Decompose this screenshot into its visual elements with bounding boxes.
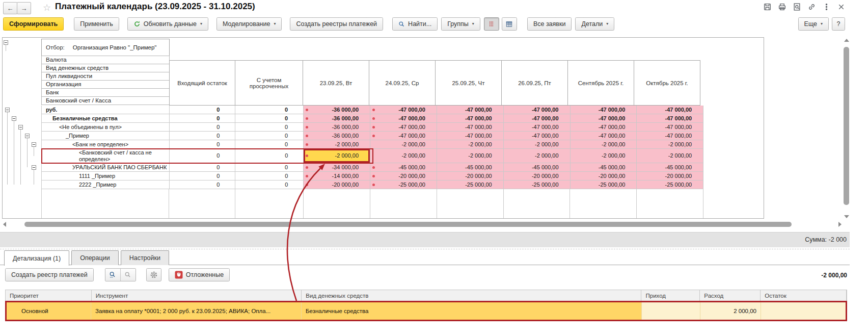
report-cell[interactable]: 0 xyxy=(235,140,304,149)
apply-button[interactable]: Применить xyxy=(74,17,119,31)
report-cell[interactable]: 0 xyxy=(170,149,236,163)
report-cell[interactable]: -47 000,00 xyxy=(437,123,504,132)
dimension-row[interactable]: Банк xyxy=(41,88,170,97)
report-cell[interactable]: -36 000,00 xyxy=(304,123,370,132)
detail-cell[interactable]: Безналичные средства xyxy=(302,302,642,320)
report-row-label[interactable]: 1111 _Пример xyxy=(41,172,170,180)
report-cell[interactable]: 0 xyxy=(170,106,236,114)
close-icon[interactable] xyxy=(837,3,846,11)
report-cell[interactable]: 0 xyxy=(170,180,236,189)
report-cell[interactable]: -47 000,00 xyxy=(504,114,571,123)
dimension-row[interactable]: Пул ликвидности xyxy=(41,72,170,81)
report-row-label[interactable]: 2222 _Пример xyxy=(41,180,170,189)
report-cell[interactable]: -25 000,00 xyxy=(370,180,437,189)
column-header[interactable]: Входящий остаток xyxy=(169,60,235,106)
report-cell[interactable]: -25 000,00 xyxy=(437,180,504,189)
report-row-label[interactable]: <Банк не определен> xyxy=(41,140,170,149)
report-cell[interactable]: -47 000,00 xyxy=(370,123,437,132)
tree-expand-box[interactable] xyxy=(5,108,10,112)
detail-column-header[interactable]: Инструмент xyxy=(92,290,302,301)
report-cell[interactable]: -47 000,00 xyxy=(571,132,637,140)
report-cell[interactable]: 0 xyxy=(235,106,304,114)
column-header[interactable]: Октябрь 2025 г. xyxy=(634,60,700,106)
report-row-label[interactable]: <Не объединены в пул> xyxy=(41,123,170,132)
dimension-row[interactable]: Банковский счет / Касса xyxy=(41,96,170,105)
report-cell[interactable]: -25 000,00 xyxy=(504,180,571,189)
scroll-down-icon[interactable] xyxy=(844,215,849,218)
report-cell[interactable]: -45 000,00 xyxy=(437,163,504,172)
report-cell[interactable]: 0 xyxy=(170,140,236,149)
tab-settings[interactable]: Настройки xyxy=(121,250,169,265)
tab-operations[interactable]: Операции xyxy=(71,250,118,265)
report-cell[interactable]: -47 000,00 xyxy=(637,114,703,123)
report-cell[interactable]: -20 000,00 xyxy=(437,172,504,180)
report-cell[interactable]: -2 000,00 xyxy=(437,140,504,149)
report-cell[interactable]: -47 000,00 xyxy=(437,132,504,140)
detail-column-header[interactable]: Приход xyxy=(641,290,700,301)
column-header[interactable]: 23.09.25, Вт xyxy=(303,60,369,106)
report-cell[interactable]: 0 xyxy=(170,114,236,123)
column-header[interactable]: С учетом просроченных xyxy=(235,60,303,106)
report-cell[interactable]: 0 xyxy=(235,123,304,132)
report-cell[interactable]: -45 000,00 xyxy=(637,163,703,172)
report-cell[interactable]: -2 000,00 xyxy=(370,140,437,149)
report-cell[interactable]: 0 xyxy=(235,163,304,172)
report-cell[interactable]: -36 000,00 xyxy=(304,132,370,140)
create-registers-button[interactable]: Создать реестры платежей xyxy=(290,17,383,31)
report-cell[interactable]: -47 000,00 xyxy=(370,106,437,114)
report-row-label[interactable]: <Банковский счет / касса не определен> xyxy=(41,149,170,163)
clear-search-button[interactable] xyxy=(120,269,135,281)
print-icon[interactable] xyxy=(778,3,786,11)
dimension-row[interactable]: Вид денежных средств xyxy=(41,64,170,72)
report-cell[interactable]: -47 000,00 xyxy=(637,123,703,132)
report-cell[interactable]: -2 000,00 xyxy=(637,149,703,163)
tree-expand-box[interactable] xyxy=(32,165,36,170)
report-cell[interactable]: -34 000,00 xyxy=(304,163,370,172)
scroll-up-icon[interactable] xyxy=(844,39,849,42)
groups-button[interactable]: Группы▾ xyxy=(441,17,480,31)
report-cell[interactable]: -45 000,00 xyxy=(571,163,637,172)
report-cell[interactable]: 0 xyxy=(170,123,236,132)
tab-detail[interactable]: Детализация (1) xyxy=(4,250,69,266)
report-cell[interactable]: 0 xyxy=(235,149,304,163)
period-columns-toggle-button[interactable] xyxy=(484,17,499,31)
report-cell[interactable]: -2 000,00 xyxy=(370,149,437,163)
tree-expand-box[interactable] xyxy=(4,40,8,45)
report-cell[interactable]: -47 000,00 xyxy=(437,106,504,114)
report-cell[interactable]: -47 000,00 xyxy=(571,123,637,132)
modeling-button[interactable]: Моделирование▾ xyxy=(216,17,282,31)
deferred-button[interactable]: Отложенные xyxy=(169,268,230,281)
report-cell[interactable]: -20 000,00 xyxy=(571,172,637,180)
report-cell[interactable]: -36 000,00 xyxy=(304,114,370,123)
detail-cell[interactable] xyxy=(761,302,847,320)
back-button[interactable]: ← xyxy=(3,2,17,14)
report-cell[interactable]: -25 000,00 xyxy=(637,180,703,189)
report-cell[interactable]: -47 000,00 xyxy=(504,123,571,132)
more-button[interactable]: Еще▾ xyxy=(798,17,829,31)
tree-expand-box[interactable] xyxy=(32,142,36,147)
report-cell[interactable]: -20 000,00 xyxy=(504,172,571,180)
report-cell[interactable]: -47 000,00 xyxy=(370,132,437,140)
detail-cell[interactable]: Основной xyxy=(5,302,91,320)
more-menu-icon[interactable] xyxy=(822,3,831,11)
settings-button[interactable] xyxy=(146,268,161,281)
report-cell[interactable]: -47 000,00 xyxy=(504,132,571,140)
tree-expand-box[interactable] xyxy=(12,116,16,121)
generate-button[interactable]: Сформировать xyxy=(3,17,64,31)
column-header[interactable]: 25.09.25, Чт xyxy=(435,60,502,106)
report-cell[interactable]: -25 000,00 xyxy=(571,180,637,189)
help-button[interactable]: ? xyxy=(832,17,845,31)
report-cell[interactable]: -20 000,00 xyxy=(370,172,437,180)
report-cell[interactable]: -2 000,00 xyxy=(571,140,637,149)
report-cell[interactable]: -36 000,00 xyxy=(304,106,370,114)
panel-splitter[interactable] xyxy=(0,249,850,249)
detail-table-row[interactable]: ОсновнойЗаявка на оплату *0001; 2 000 ру… xyxy=(5,302,847,320)
column-header[interactable]: 26.09.25, Пт xyxy=(501,60,568,106)
preview-icon[interactable] xyxy=(793,3,801,11)
report-row-label[interactable]: УРАЛЬСКИЙ БАНК ПАО СБЕРБАНК xyxy=(41,163,170,172)
detail-cell[interactable]: 2 000,00 xyxy=(700,302,761,320)
filter-cell[interactable]: Отбор: Организация Равно "_Пример" xyxy=(41,39,170,56)
report-cell[interactable]: -47 000,00 xyxy=(571,106,637,114)
tree-expand-box[interactable] xyxy=(18,125,23,130)
link-icon[interactable] xyxy=(807,3,816,11)
